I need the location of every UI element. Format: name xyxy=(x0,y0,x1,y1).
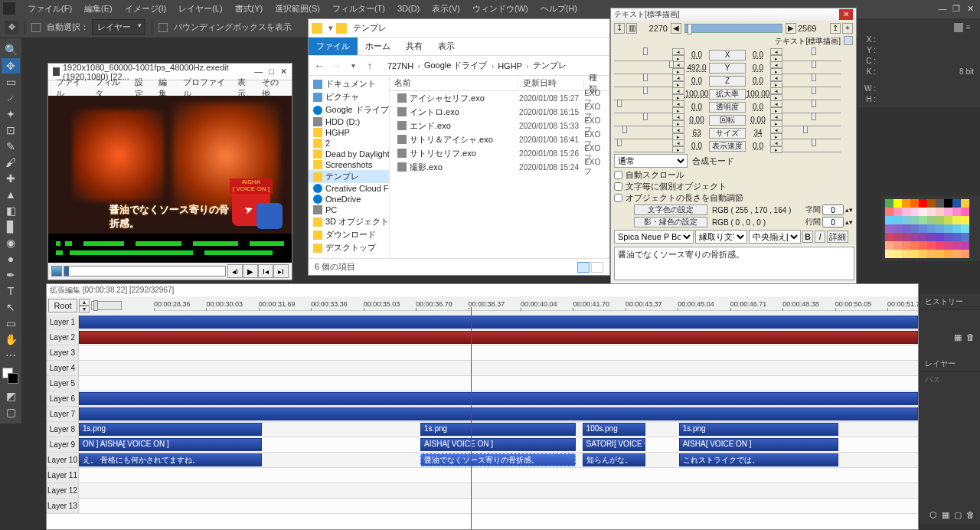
explorer-tree[interactable]: ドキュメントピクチャGoogle ドライブHDD (D:)HGHP2Dead b… xyxy=(309,76,390,258)
close-icon[interactable]: ✕ xyxy=(963,4,977,14)
preview-minimize-icon[interactable]: — xyxy=(254,67,263,77)
auto-select-target[interactable]: レイヤー xyxy=(92,19,145,35)
timeline-clip[interactable]: 知らんがな。 xyxy=(583,453,645,466)
bbox-checkbox[interactable] xyxy=(158,23,168,32)
layer-name[interactable]: Layer 9 xyxy=(47,437,79,452)
file-row[interactable]: イントロ.exo2020/01/08 16:15EXO フ xyxy=(390,105,609,119)
swatch[interactable] xyxy=(927,199,936,208)
panel-menu-icon[interactable]: ≡ xyxy=(966,23,975,32)
prop-val-left[interactable]: 0.0 xyxy=(684,103,709,111)
swatch[interactable] xyxy=(902,216,910,224)
menu-help[interactable]: ヘルプ(H) xyxy=(534,3,583,15)
prop-slider-right[interactable] xyxy=(782,142,841,152)
prop-slider-right[interactable] xyxy=(782,129,841,139)
swatch[interactable] xyxy=(952,241,961,250)
textpanel-titlebar[interactable]: テキスト[標準描画] ✕ xyxy=(611,8,856,21)
menu-view[interactable]: 表示(V) xyxy=(426,3,466,15)
layer-track[interactable] xyxy=(79,483,918,498)
prop-spin-left[interactable]: ◂▸ xyxy=(672,100,684,114)
charspace-input[interactable] xyxy=(822,204,844,215)
layer-name[interactable]: Layer 7 xyxy=(47,407,79,421)
layer-track[interactable] xyxy=(79,361,918,375)
tool-eyedropper[interactable]: ✎ xyxy=(2,139,20,154)
layer-track[interactable]: え。 骨格にも何かされてますね。醤油でなくソース寄りの骨折感。知らんがな。これス… xyxy=(79,453,918,467)
swatch[interactable] xyxy=(893,224,902,233)
swatch[interactable] xyxy=(927,208,936,216)
tool-blur[interactable]: ◉ xyxy=(2,235,20,250)
swatch[interactable] xyxy=(944,241,952,250)
swatch[interactable] xyxy=(893,208,902,216)
tree-node[interactable]: ドキュメント xyxy=(309,77,389,90)
preview-step-back[interactable]: ◂Ⅰ xyxy=(227,264,243,278)
detail-button[interactable]: 詳細 xyxy=(827,231,848,243)
tool-zoom[interactable]: 🔍 xyxy=(2,42,20,57)
prop-spin-right[interactable]: ◂▸ xyxy=(770,126,782,140)
swatch[interactable] xyxy=(944,233,952,241)
swatch[interactable] xyxy=(910,208,919,216)
swatch[interactable] xyxy=(919,208,927,216)
prop-spin-left[interactable]: ◂▸ xyxy=(672,48,684,62)
textcolor-button[interactable]: 文字色の設定 xyxy=(634,204,707,215)
crumb-0[interactable]: 727NH xyxy=(385,61,416,70)
swatch[interactable] xyxy=(952,233,961,241)
swatch[interactable] xyxy=(910,216,919,224)
swatch[interactable] xyxy=(944,224,952,233)
maximize-icon[interactable]: ❐ xyxy=(949,4,963,14)
swatch[interactable] xyxy=(919,233,927,241)
layer-track[interactable] xyxy=(79,345,918,360)
prop-val-right[interactable]: 0.0 xyxy=(746,64,770,72)
swatch[interactable] xyxy=(902,250,910,258)
prop-spin-left[interactable]: ◂▸ xyxy=(672,87,684,101)
prop-val-right[interactable]: 100.00 xyxy=(746,90,770,98)
swatch[interactable] xyxy=(910,250,919,258)
nav-back-icon[interactable]: ← xyxy=(312,60,327,72)
prop-spin-right[interactable]: ◂▸ xyxy=(770,113,782,127)
file-row[interactable]: アイシャセリフ.exo2020/01/08 15:27EXO フ xyxy=(390,91,609,105)
col-name[interactable]: 名前 xyxy=(390,77,518,89)
crumb-2[interactable]: HGHP xyxy=(495,61,524,70)
quickmask-icon[interactable]: ◩ xyxy=(2,388,20,404)
tool-marquee[interactable]: ▭ xyxy=(2,74,20,90)
root-down-icon[interactable]: ▾ xyxy=(79,306,90,312)
tool-hand[interactable]: ✋ xyxy=(2,332,20,347)
prop-spin-left[interactable]: ◂▸ xyxy=(672,139,684,153)
frame-prev-icon[interactable]: ◀ xyxy=(671,23,681,34)
timeline-clip[interactable]: え。 骨格にも何かされてますね。 xyxy=(79,453,262,466)
prop-name-button[interactable]: 回転 xyxy=(709,115,746,126)
timeline-clip[interactable] xyxy=(79,392,918,405)
swatch[interactable] xyxy=(893,199,902,208)
layer-name[interactable]: Layer 10 xyxy=(47,453,79,467)
layer-name[interactable]: Layer 12 xyxy=(47,483,79,498)
menu-image[interactable]: イメージ(I) xyxy=(119,3,172,15)
layer-track[interactable]: 1s.png1s.png100s.png1s.png xyxy=(79,422,918,437)
tool-dodge[interactable]: ● xyxy=(2,251,20,267)
swatch[interactable] xyxy=(902,208,910,216)
swatch[interactable] xyxy=(902,199,910,208)
swatch[interactable] xyxy=(944,208,952,216)
nav-up-icon[interactable]: ↑ xyxy=(362,60,377,72)
timeline-zoom-slider[interactable] xyxy=(91,301,122,310)
timeline-clip[interactable]: AISHA[ VOICE ON ] xyxy=(420,438,576,451)
prop-name-button[interactable]: X xyxy=(709,50,746,61)
menu-filter[interactable]: フィルター(T) xyxy=(326,3,391,15)
preview-seek-slider[interactable] xyxy=(64,266,226,276)
textpanel-close-icon[interactable]: ✕ xyxy=(839,9,853,20)
prop-slider-right[interactable] xyxy=(782,51,841,61)
layer-name[interactable]: Layer 4 xyxy=(47,361,79,375)
tool-type[interactable]: T xyxy=(2,283,20,299)
frame-mark3-icon[interactable]: ↥ xyxy=(830,23,841,34)
text-decoration-select[interactable]: 縁取り文字 xyxy=(695,230,747,244)
timeline-clip[interactable] xyxy=(79,331,918,344)
layer-name[interactable]: Layer 8 xyxy=(47,422,79,437)
layer-name[interactable]: Layer 13 xyxy=(47,499,79,513)
prop-val-left[interactable]: 100.00 xyxy=(684,90,709,98)
layer-track[interactable] xyxy=(79,391,918,406)
perchar-checkbox[interactable] xyxy=(614,182,622,191)
swatch[interactable] xyxy=(919,216,927,224)
swatch[interactable] xyxy=(961,241,969,250)
layer-name[interactable]: Layer 5 xyxy=(47,376,79,391)
timeline-clip[interactable]: 1s.png xyxy=(420,423,576,436)
font-select[interactable]: Spica Neue P Bold xyxy=(614,230,694,244)
swatch[interactable] xyxy=(936,250,944,258)
prop-val-left[interactable]: 0.0 xyxy=(684,77,709,85)
